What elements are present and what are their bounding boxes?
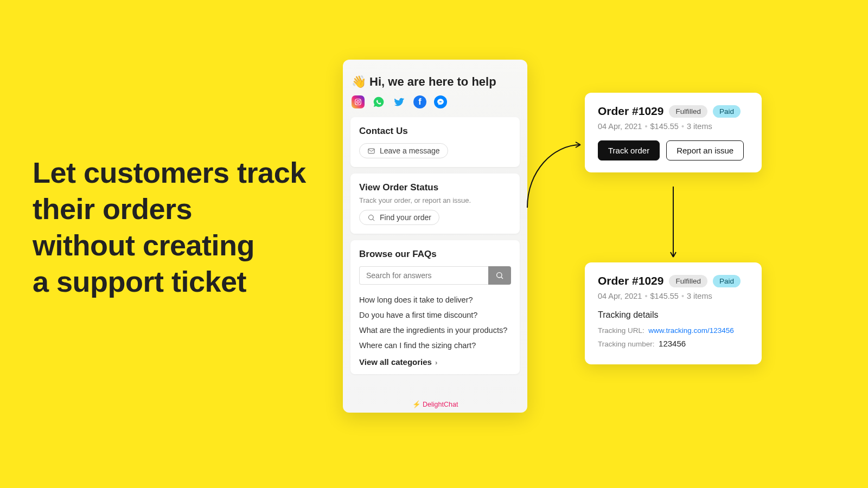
tracking-number-row: Tracking number: 123456 bbox=[598, 339, 749, 348]
order-amount: $145.55 bbox=[650, 122, 679, 131]
svg-point-2 bbox=[360, 100, 360, 100]
view-all-label: View all categories bbox=[359, 357, 432, 367]
find-order-button[interactable]: Find your order bbox=[359, 210, 439, 225]
svg-point-6 bbox=[497, 273, 502, 278]
faq-search-button[interactable] bbox=[488, 266, 511, 285]
order-status-card: View Order Status Track your order, or r… bbox=[350, 174, 520, 234]
order-card-actions: Order #1029 Fulfilled Paid 04 Apr, 2021•… bbox=[585, 93, 762, 172]
order-items-count: 3 items bbox=[687, 122, 712, 131]
chevron-right-icon: › bbox=[435, 358, 437, 367]
paid-badge: Paid bbox=[713, 275, 741, 287]
fulfilled-badge: Fulfilled bbox=[669, 275, 707, 287]
tracking-url-link[interactable]: www.tracking.com/123456 bbox=[648, 326, 734, 335]
report-issue-button[interactable]: Report an issue bbox=[666, 140, 744, 160]
connector-arrow-2 bbox=[669, 187, 677, 262]
faq-item[interactable]: How long does it take to deliver? bbox=[359, 292, 511, 307]
order-date: 04 Apr, 2021 bbox=[598, 122, 642, 131]
connector-arrow-1 bbox=[526, 138, 586, 214]
order-status-title: View Order Status bbox=[359, 182, 511, 193]
help-widget: 👋 Hi, we are here to help f Contact Us L… bbox=[343, 60, 527, 413]
svg-point-4 bbox=[369, 215, 374, 220]
leave-message-label: Leave a message bbox=[380, 146, 440, 155]
leave-message-button[interactable]: Leave a message bbox=[359, 143, 448, 158]
order-meta: 04 Apr, 2021•$145.55•3 items bbox=[598, 292, 749, 300]
messenger-icon[interactable] bbox=[434, 95, 447, 108]
fulfilled-badge: Fulfilled bbox=[669, 105, 707, 118]
social-row: f bbox=[352, 95, 520, 108]
brand-label: DelightChat bbox=[423, 401, 458, 408]
svg-point-1 bbox=[357, 101, 360, 104]
tracking-url-row: Tracking URL: www.tracking.com/123456 bbox=[598, 326, 749, 335]
instagram-icon[interactable] bbox=[352, 95, 365, 108]
widget-greeting: 👋 Hi, we are here to help bbox=[352, 75, 520, 89]
order-meta: 04 Apr, 2021•$145.55•3 items bbox=[598, 122, 749, 131]
order-title: Order #1029 bbox=[598, 105, 663, 118]
contact-card: Contact Us Leave a message bbox=[350, 117, 520, 167]
mail-icon bbox=[367, 147, 375, 155]
whatsapp-icon[interactable] bbox=[372, 95, 385, 108]
search-icon bbox=[367, 214, 375, 222]
twitter-icon[interactable] bbox=[393, 95, 406, 108]
tracking-number-value: 123456 bbox=[659, 339, 686, 348]
tracking-heading: Tracking details bbox=[598, 310, 749, 320]
facebook-icon[interactable]: f bbox=[413, 95, 426, 108]
bolt-icon: ⚡ bbox=[412, 401, 421, 408]
page-headline: Let customers tracktheir orderswithout c… bbox=[33, 155, 306, 300]
faq-title: Browse our FAQs bbox=[359, 249, 511, 260]
paid-badge: Paid bbox=[713, 105, 741, 118]
order-title: Order #1029 bbox=[598, 274, 663, 287]
faq-item[interactable]: What are the ingredients in your product… bbox=[359, 323, 511, 338]
view-all-categories[interactable]: View all categories› bbox=[359, 353, 511, 367]
svg-line-7 bbox=[501, 277, 503, 279]
tracking-number-label: Tracking number: bbox=[598, 340, 655, 348]
faq-card: Browse our FAQs How long does it take to… bbox=[350, 240, 520, 374]
order-status-subtitle: Track your order, or report an issue. bbox=[359, 196, 511, 204]
faq-search-input[interactable] bbox=[359, 266, 488, 285]
tracking-url-label: Tracking URL: bbox=[598, 326, 644, 335]
svg-line-5 bbox=[373, 219, 374, 221]
find-order-label: Find your order bbox=[380, 213, 431, 222]
faq-item[interactable]: Do you have a first time discount? bbox=[359, 307, 511, 323]
search-icon bbox=[495, 271, 504, 280]
svg-rect-3 bbox=[368, 149, 374, 153]
contact-title: Contact Us bbox=[359, 126, 511, 137]
order-date: 04 Apr, 2021 bbox=[598, 292, 642, 300]
order-items-count: 3 items bbox=[687, 292, 712, 300]
track-order-button[interactable]: Track order bbox=[598, 140, 660, 160]
order-amount: $145.55 bbox=[650, 292, 679, 300]
faq-item[interactable]: Where can I find the sizing chart? bbox=[359, 338, 511, 353]
widget-brand[interactable]: ⚡ DelightChat bbox=[343, 400, 527, 408]
order-card-tracking: Order #1029 Fulfilled Paid 04 Apr, 2021•… bbox=[585, 262, 762, 364]
